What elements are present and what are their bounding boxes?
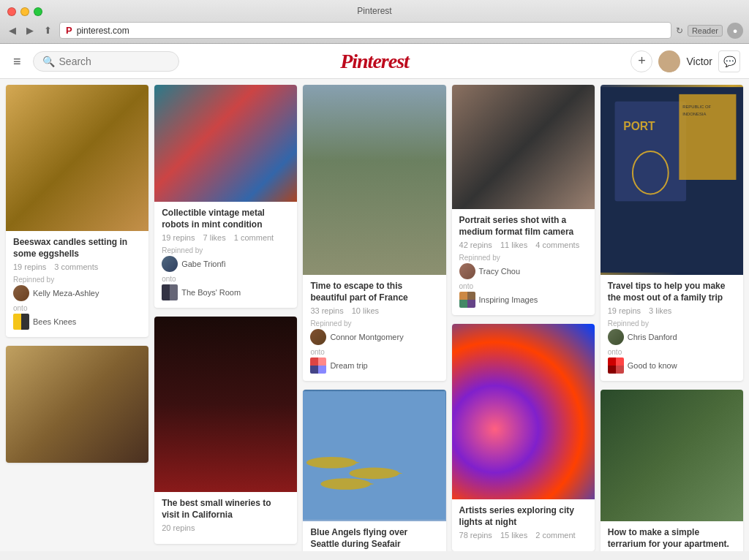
pin-card-jets[interactable]: Blue Angels flying over Seattle during S… (303, 390, 445, 551)
pin-image-robots (154, 85, 297, 202)
likes-count: 15 likes (500, 531, 527, 540)
pin-body-lights: Artists series exploring city lights at … (452, 499, 595, 551)
board-thumb (13, 314, 29, 330)
repinner: Gabe Trionfì (162, 256, 290, 272)
pin-card-beeswax[interactable]: Beeswax candles setting in some eggshell… (6, 85, 148, 337)
repinner: Connor Montgomery (310, 329, 438, 345)
repin-count: 19 repins (13, 262, 46, 271)
pin-meta: 42 repins 11 likes 4 comments (459, 241, 587, 249)
pin-image-france (303, 85, 445, 275)
menu-button[interactable]: ≡ (9, 52, 26, 71)
search-input[interactable] (59, 56, 162, 67)
avatar[interactable] (658, 50, 680, 72)
pinterest-app: ≡ 🔍 Pinterest + Victor 💬 Beeswax candles… (0, 44, 749, 551)
svg-point-3 (306, 457, 356, 469)
onto-label: onto (162, 275, 290, 283)
repinner-name: Connor Montgomery (330, 333, 403, 341)
repinned-label: Repinned by (310, 319, 438, 328)
repin-count: 33 repins (310, 306, 343, 315)
reader-button[interactable]: Reader (688, 25, 723, 37)
pin-card-passport[interactable]: PORT REPUBLIC OF INDONESIA Travel tips t… (601, 85, 743, 381)
pin-card-camera[interactable]: Portrait series shot with a medium forma… (452, 85, 595, 315)
pin-title: Artists series exploring city lights at … (459, 505, 587, 528)
pin-image-passport: PORT REPUBLIC OF INDONESIA (601, 85, 743, 275)
browser-title: Pinterest (357, 6, 391, 16)
board-name: Good to know (628, 361, 677, 370)
onto-board: Inspiring Images (459, 292, 587, 308)
repinned-label: Repinned by (608, 319, 736, 328)
repinner: Tracy Chou (459, 263, 587, 279)
board-name: Inspiring Images (479, 295, 538, 304)
pin-image-camera (452, 85, 595, 209)
repin-count: 20 repins (162, 523, 195, 532)
pin-image-beeswax (6, 85, 148, 231)
extension-button[interactable]: ● (727, 23, 743, 39)
pin-meta: 78 repins 15 likes 2 comment (459, 531, 587, 540)
repin-count: 78 repins (459, 531, 492, 540)
browser-chrome: Pinterest ◀ ▶ ⬆ P ↻ Reader ● (0, 0, 749, 44)
repinned-label: Repinned by (459, 254, 587, 262)
pin-meta: 33 repins 10 likes (310, 306, 438, 315)
svg-point-7 (321, 478, 371, 490)
onto-label: onto (608, 348, 736, 356)
comment-count: 3 comments (54, 262, 98, 271)
pin-body-wine: The best small wineries to visit in Cali… (154, 492, 297, 544)
pin-title: Time to escape to this beautiful part of… (310, 281, 438, 303)
pin-body-beeswax: Beeswax candles setting in some eggshell… (6, 231, 148, 337)
pin-image-terrarium (601, 390, 743, 521)
comment-count: 2 comment (535, 531, 575, 540)
close-button[interactable] (7, 7, 16, 16)
likes-count: 3 likes (649, 306, 671, 315)
add-button[interactable]: + (631, 50, 652, 72)
reload-button[interactable]: ↻ (676, 26, 683, 36)
pin-body-passport: Travel tips to help you make the most ou… (601, 275, 743, 381)
pin-body-terrarium: How to make a simple terrarium for your … (601, 521, 743, 551)
pin-meta: 19 repins 3 comments (13, 262, 141, 271)
pin-card-terrarium[interactable]: How to make a simple terrarium for your … (601, 390, 743, 551)
svg-text:PORT: PORT (623, 120, 655, 132)
pin-card-robots[interactable]: Collectible vintage metal robots in mint… (154, 85, 297, 308)
pin-card-wine[interactable]: The best small wineries to visit in Cali… (154, 317, 297, 544)
repinner-name: Tracy Chou (479, 267, 520, 276)
pin-meta: 19 repins 7 likes 1 comment (162, 233, 290, 242)
pin-title: How to make a simple terrarium for your … (608, 527, 736, 550)
messages-button[interactable]: 💬 (718, 50, 740, 72)
search-box: 🔍 (33, 51, 179, 72)
board-name: The Boys' Room (181, 288, 241, 297)
pin-card-lights[interactable]: Artists series exploring city lights at … (452, 324, 595, 551)
board-name: Dream trip (330, 361, 367, 370)
board-thumb (608, 357, 624, 374)
pin-body-robots: Collectible vintage metal robots in mint… (154, 202, 297, 308)
forward-button[interactable]: ▶ (23, 23, 37, 37)
likes-count: 10 likes (352, 306, 379, 315)
repinner-avatar (459, 263, 475, 279)
repinner: Chris Danford (608, 329, 736, 345)
svg-point-0 (665, 55, 674, 64)
share-button[interactable]: ⬆ (41, 23, 55, 37)
repinned-label: Repinned by (162, 246, 290, 254)
onto-board: Bees Knees (13, 314, 141, 330)
pinterest-logo: Pinterest (340, 50, 409, 73)
pin-image-jets (303, 390, 445, 521)
pin-card-france[interactable]: Time to escape to this beautiful part of… (303, 85, 445, 381)
pin-title: Blue Angels flying over Seattle during S… (310, 527, 438, 550)
minimize-button[interactable] (20, 7, 29, 16)
comment-count: 4 comments (535, 241, 579, 249)
pin-title: Beeswax candles setting in some eggshell… (13, 237, 141, 260)
user-name: Victor (686, 56, 712, 67)
pin-card-party[interactable] (6, 346, 148, 463)
pin-meta: 19 repins 3 likes (608, 306, 736, 315)
onto-board: Dream trip (310, 357, 438, 374)
likes-count: 11 likes (500, 241, 527, 249)
back-button[interactable]: ◀ (6, 23, 19, 37)
svg-point-5 (350, 468, 399, 480)
board-thumb (459, 292, 475, 308)
repin-count: 19 repins (162, 233, 195, 242)
nav-right: + Victor 💬 (631, 50, 740, 72)
onto-label: onto (13, 304, 141, 312)
maximize-button[interactable] (34, 7, 42, 16)
pin-title: Collectible vintage metal robots in mint… (162, 208, 290, 230)
url-input[interactable] (77, 26, 665, 36)
pin-body-france: Time to escape to this beautiful part of… (303, 275, 445, 381)
repinner-name: Gabe Trionfì (181, 260, 226, 268)
